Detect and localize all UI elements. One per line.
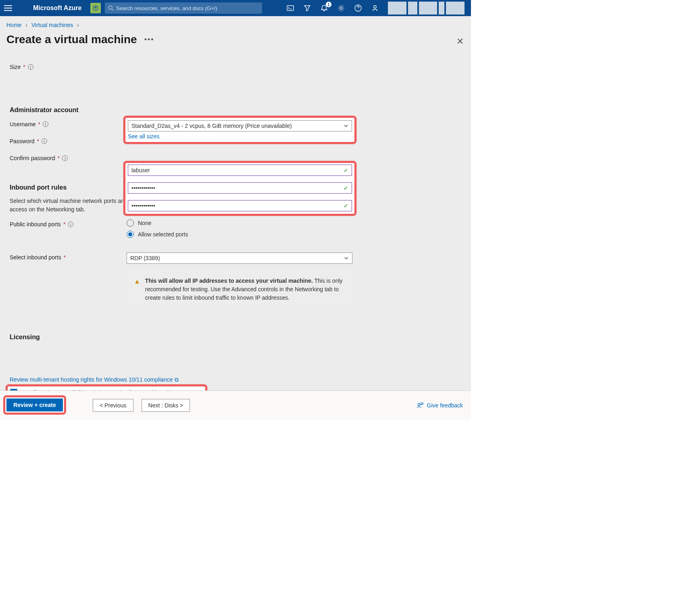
username-input[interactable]: labuser ✓ [128, 165, 352, 176]
info-icon[interactable]: i [42, 138, 47, 144]
page-title: Create a virtual machine [6, 33, 137, 46]
breadcrumb-vms[interactable]: Virtual machines [31, 22, 73, 28]
username-label: Username [10, 121, 36, 127]
username-value: labuser [131, 167, 150, 173]
radio-icon-selected [127, 231, 134, 238]
svg-point-1 [109, 6, 112, 9]
svg-rect-3 [287, 6, 294, 10]
previous-button[interactable]: < Previous [93, 399, 133, 412]
password-input[interactable]: •••••••••••• ✓ [128, 182, 352, 194]
settings-icon[interactable] [337, 4, 345, 12]
chevron-right-icon: › [77, 22, 79, 28]
svg-line-2 [112, 9, 114, 10]
radio-none-label: None [138, 220, 151, 226]
menu-icon[interactable] [3, 3, 13, 13]
search-placeholder: Search resources, services, and docs (G+… [116, 5, 217, 11]
public-ports-label: Public inbound ports [10, 221, 61, 227]
notifications-icon[interactable]: 1 [320, 4, 328, 12]
password-value: •••••••••••• [131, 185, 155, 191]
check-icon: ✓ [344, 202, 348, 209]
licensing-section-heading: Licensing [10, 334, 461, 341]
next-button[interactable]: Next : Disks > [142, 399, 190, 412]
inbound-ports-value: RDP (3389) [130, 255, 160, 261]
user-account-area[interactable] [388, 2, 465, 15]
review-create-button[interactable]: Review + create [6, 399, 63, 411]
info-icon[interactable]: i [43, 121, 48, 127]
confirm-password-input[interactable]: •••••••••••• ✓ [128, 200, 352, 211]
size-value: Standard_D2as_v4 - 2 vcpus, 8 GiB memory… [131, 123, 292, 129]
chevron-down-icon [344, 256, 349, 261]
radio-none[interactable]: None [127, 219, 352, 227]
review-create-highlight: Review + create [3, 395, 66, 415]
brand-label: Microsoft Azure [33, 4, 81, 12]
password-label: Password [10, 138, 34, 144]
breadcrumb: Home › Virtual machines › [0, 16, 471, 31]
svg-point-6 [374, 6, 376, 8]
info-icon[interactable]: i [68, 221, 73, 227]
info-icon[interactable]: i [28, 64, 33, 70]
confirm-password-value: •••••••••••• [131, 202, 155, 209]
azure-top-bar: Microsoft Azure Search resources, servic… [0, 0, 471, 16]
notif-count: 1 [326, 2, 331, 7]
see-all-sizes-link[interactable]: See all sizes [128, 133, 160, 140]
warning-icon: ▲ [134, 277, 140, 302]
chevron-right-icon: › [25, 22, 27, 28]
compliance-link[interactable]: Review multi-tenant hosting rights for W… [10, 376, 173, 383]
svg-point-7 [418, 403, 420, 405]
feedback-icon[interactable] [371, 4, 379, 12]
size-select[interactable]: Standard_D2as_v4 - 2 vcpus, 8 GiB memory… [128, 120, 352, 131]
size-label: Size [10, 64, 21, 70]
global-search-input[interactable]: Search resources, services, and docs (G+… [105, 2, 262, 14]
inbound-warning-box: ▲ This will allow all IP addresses to ac… [127, 271, 352, 308]
external-link-icon: ⧉ [175, 376, 179, 383]
svg-point-4 [340, 7, 342, 9]
person-feedback-icon [417, 402, 424, 409]
warning-bold: This will allow all IP addresses to acce… [145, 278, 313, 284]
inbound-ports-select[interactable]: RDP (3389) [127, 253, 352, 264]
select-ports-label: Select inbound ports [10, 254, 61, 261]
help-icon[interactable] [354, 4, 362, 12]
confirm-password-label: Confirm password [10, 155, 55, 161]
info-icon[interactable]: i [62, 155, 68, 161]
give-feedback-link[interactable]: Give feedback [417, 402, 463, 409]
check-icon: ✓ [344, 167, 348, 173]
cloud-shell-icon[interactable] [286, 4, 294, 12]
breadcrumb-home[interactable]: Home [6, 22, 21, 28]
feedback-label: Give feedback [427, 402, 463, 409]
vm-create-form: Size * i Standard_D2as_v4 - 2 vcpus, 8 G… [0, 50, 471, 419]
radio-icon [127, 219, 134, 227]
search-icon [108, 5, 114, 11]
admin-section-heading: Administrator account [10, 106, 461, 114]
more-actions-icon[interactable]: ••• [144, 35, 154, 44]
svg-rect-8 [421, 403, 423, 404]
radio-allow-selected[interactable]: Allow selected ports [127, 231, 352, 238]
close-icon[interactable]: ✕ [456, 36, 464, 47]
check-icon: ✓ [344, 185, 348, 191]
wizard-footer: < Previous Next : Disks > Give feedback [0, 390, 471, 419]
chevron-down-icon [344, 123, 348, 128]
upgrade-icon[interactable] [90, 3, 101, 13]
radio-allow-label: Allow selected ports [138, 231, 188, 238]
filter-icon[interactable] [303, 4, 311, 12]
